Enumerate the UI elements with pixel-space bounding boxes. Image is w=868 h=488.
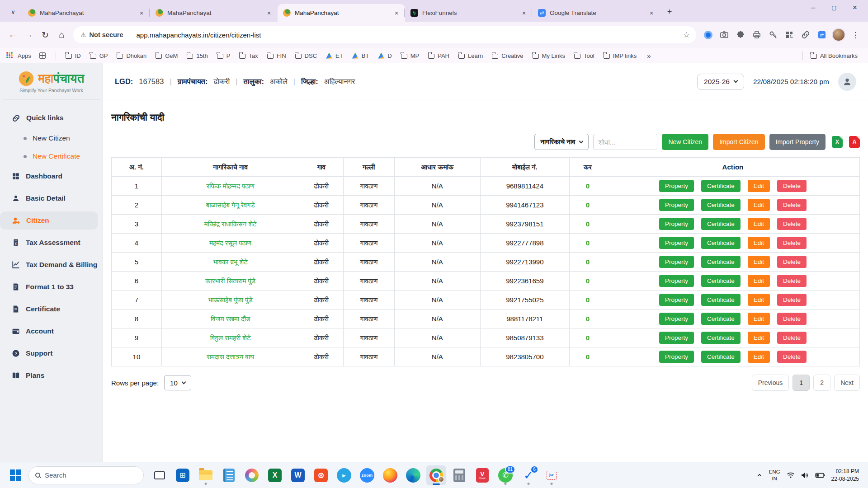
reload-icon[interactable]: [37, 27, 53, 43]
property-button[interactable]: Property: [659, 218, 694, 230]
cell-citizen-name[interactable]: कारभारी सिताराम पुंडे: [161, 272, 299, 291]
bookmark-item[interactable]: GeM: [151, 51, 182, 61]
cell-citizen-name[interactable]: बाळासाहेब गेनू रेवगडे: [161, 196, 299, 215]
qr-code-icon[interactable]: [782, 28, 797, 42]
cell-citizen-name[interactable]: रफिक मोहम्मद पठाण: [161, 177, 299, 196]
bookmark-item[interactable]: P: [213, 51, 235, 61]
delete-button[interactable]: Delete: [777, 237, 807, 249]
tab-close-icon[interactable]: [647, 9, 656, 17]
copy-link-icon[interactable]: [798, 28, 813, 42]
page-number-button[interactable]: 1: [793, 375, 810, 391]
bookmark-item[interactable]: FIN: [263, 51, 290, 61]
user-avatar[interactable]: [838, 73, 856, 91]
certificate-button[interactable]: Certificate: [701, 275, 741, 287]
certificate-button[interactable]: Certificate: [701, 256, 741, 268]
window-minimize-button[interactable]: [803, 0, 824, 15]
tab-search-chevron-icon[interactable]: [6, 5, 20, 19]
cell-citizen-name[interactable]: भावका प्रभू शेटे: [161, 253, 299, 272]
next-page-button[interactable]: Next: [834, 375, 860, 391]
tab-close-icon[interactable]: [137, 9, 146, 17]
sidebar-item-citizen[interactable]: Citizen: [0, 211, 98, 230]
sidebar-item-format-1-to-33[interactable]: Format 1 to 33: [0, 278, 98, 296]
import-property-button[interactable]: Import Property: [769, 134, 826, 150]
bookmark-item[interactable]: MP: [397, 51, 424, 61]
edit-button[interactable]: Edit: [748, 256, 770, 268]
import-citizen-button[interactable]: Import Citizen: [713, 134, 764, 150]
financial-year-select[interactable]: 2025-26: [697, 74, 744, 90]
property-button[interactable]: Property: [659, 180, 694, 192]
certificate-button[interactable]: Certificate: [701, 199, 741, 211]
tab-close-icon[interactable]: [520, 9, 528, 17]
tab-flexifunnels[interactable]: FlexiFunnels: [405, 4, 533, 22]
not-secure-chip[interactable]: Not secure: [73, 26, 130, 43]
tab-mahapanchayat-1[interactable]: MahaPanchayat: [23, 4, 150, 22]
word-icon[interactable]: [288, 465, 308, 485]
search-input[interactable]: [593, 134, 657, 150]
sidebar-item-new-citizen[interactable]: New Citizen: [0, 131, 98, 145]
vyapar-icon[interactable]: VVyapar: [472, 465, 492, 485]
tab-close-icon[interactable]: [392, 9, 401, 17]
certificate-button[interactable]: Certificate: [701, 351, 741, 363]
apps-grid-icon[interactable]: [39, 52, 46, 59]
new-citizen-button[interactable]: New Citizen: [662, 134, 708, 150]
password-key-icon[interactable]: [766, 28, 780, 42]
new-tab-button[interactable]: [663, 5, 676, 19]
sidebar-item-support[interactable]: ? Support: [0, 344, 98, 362]
taskbar-clock[interactable]: 02:18 PM 22-08-2025: [831, 468, 859, 482]
battery-icon[interactable]: [815, 473, 825, 478]
file-explorer-icon[interactable]: [196, 465, 216, 485]
property-button[interactable]: Property: [659, 332, 694, 344]
tab-google-translate[interactable]: Google Translate: [533, 4, 660, 22]
edit-button[interactable]: Edit: [748, 218, 770, 230]
filter-select[interactable]: नागरिकाचे नाव: [534, 134, 589, 150]
all-bookmarks[interactable]: All Bookmarks: [799, 51, 862, 61]
wifi-icon[interactable]: [787, 472, 795, 479]
bookmark-item[interactable]: ID: [61, 51, 85, 61]
bookmark-item[interactable]: BT: [348, 51, 373, 61]
delete-button[interactable]: Delete: [777, 351, 807, 363]
edit-button[interactable]: Edit: [748, 275, 770, 287]
paint-icon[interactable]: [242, 465, 262, 485]
sidebar-item-dashboard[interactable]: Dashboard: [0, 167, 98, 185]
delete-button[interactable]: Delete: [777, 332, 807, 344]
hidden-icons-chevron[interactable]: [756, 473, 763, 478]
app-logo[interactable]: महापंचायत Simplify Your Panchayat Work: [3, 63, 100, 100]
profile-avatar[interactable]: [832, 28, 845, 42]
edit-button[interactable]: Edit: [748, 180, 770, 192]
camera-icon[interactable]: [717, 28, 731, 42]
delete-button[interactable]: Delete: [777, 180, 807, 192]
language-indicator[interactable]: ENGIN: [769, 469, 780, 482]
edit-button[interactable]: Edit: [748, 294, 770, 306]
tab-mahapanchayat-2[interactable]: MahaPanchayat: [150, 4, 278, 22]
cell-citizen-name[interactable]: विजय रखमा दौंड: [161, 310, 299, 328]
taskbar-search[interactable]: Search: [28, 466, 144, 484]
delete-button[interactable]: Delete: [777, 199, 807, 211]
property-button[interactable]: Property: [659, 351, 694, 363]
translate-icon[interactable]: ⇄: [815, 28, 829, 42]
delete-button[interactable]: Delete: [777, 294, 807, 306]
edit-button[interactable]: Edit: [748, 351, 770, 363]
bookmark-item[interactable]: GP: [86, 51, 112, 61]
extensions-puzzle-icon[interactable]: [733, 28, 748, 42]
sidebar-item-account[interactable]: Account: [0, 322, 98, 340]
bookmark-item[interactable]: PAH: [424, 51, 453, 61]
snipping-tool-icon[interactable]: [542, 465, 561, 485]
bookmark-item[interactable]: Creative: [488, 51, 527, 61]
apps-label[interactable]: Apps: [18, 52, 31, 59]
extension-blue-icon[interactable]: [701, 28, 715, 42]
sidebar-item-quick-links[interactable]: Quick links: [0, 109, 98, 127]
certificate-button[interactable]: Certificate: [701, 332, 741, 344]
delete-button[interactable]: Delete: [777, 256, 807, 268]
edit-button[interactable]: Edit: [748, 332, 770, 344]
home-icon[interactable]: [53, 27, 70, 43]
delete-button[interactable]: Delete: [777, 313, 807, 325]
pdf-export-icon[interactable]: [849, 136, 860, 148]
property-button[interactable]: Property: [659, 294, 694, 306]
cell-citizen-name[interactable]: रामदास दत्तात्रय वाघ: [161, 347, 299, 366]
telegram-icon[interactable]: [334, 465, 354, 485]
calculator-icon[interactable]: [449, 465, 469, 485]
sidebar-item-plans[interactable]: Plans: [0, 366, 98, 385]
chrome-icon-active[interactable]: [426, 465, 446, 485]
excel-export-icon[interactable]: [832, 136, 843, 148]
menu-kebab-icon[interactable]: [848, 28, 863, 42]
